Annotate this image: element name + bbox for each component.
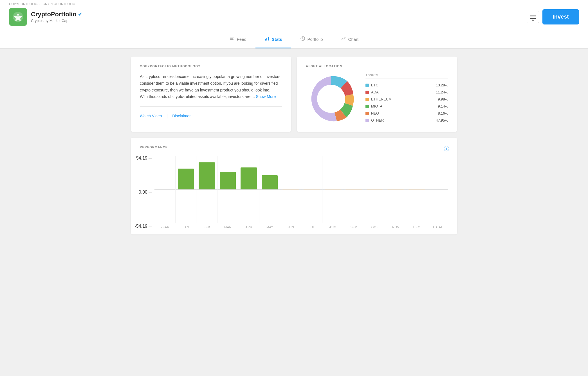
main-content: COPYPORTFOLIO METHODOLOGY As cryptocurre… (125, 57, 463, 234)
donut-svg (306, 73, 356, 124)
bar-negative (387, 189, 404, 190)
breadcrumb: COPYPORTFOLIOS / CRYPTOPORTFOLIO (9, 2, 75, 6)
legend-dot (365, 91, 369, 94)
watch-video-link[interactable]: Watch Video (140, 114, 162, 118)
show-more-link[interactable]: Show More (256, 94, 276, 99)
tabs-bar: Feed Stats Portfolio Chart (0, 31, 588, 49)
bar-col (301, 156, 322, 223)
bar-positive (220, 172, 236, 189)
bar-col (406, 156, 427, 223)
legend-left: BTC (365, 83, 378, 87)
methodology-body: As cryptocurrencies become increasingly … (140, 73, 282, 100)
header-right: + Invest (527, 9, 579, 24)
menu-line-1 (530, 15, 536, 15)
breadcrumb-separator: / (41, 2, 42, 6)
bar-col (196, 156, 217, 223)
tab-portfolio-label: Portfolio (308, 37, 323, 42)
svg-rect-7 (268, 37, 269, 41)
pipe-divider: | (167, 113, 168, 119)
x-labels-row: YEARJANFEBMARAPRMAYJUNJULAUGSEPOCTNOVDEC… (154, 225, 448, 229)
bar-negative (304, 189, 320, 190)
y-zero-dash: — (149, 190, 152, 194)
x-label: AUG (322, 225, 344, 229)
legend-name: MIOTA (371, 104, 382, 108)
tab-feed[interactable]: Feed (221, 31, 255, 48)
legend-dot (365, 119, 369, 122)
bar-negative (409, 189, 425, 190)
portfolio-title: CryptoPortfolio ✔ (31, 11, 82, 18)
legend-item: OTHER 47.95% (365, 117, 448, 124)
bar-col (427, 156, 448, 223)
svg-rect-5 (265, 39, 266, 41)
bar-positive (178, 169, 194, 189)
asset-content: ASSETS BTC 13.28% ADA 11.24% ETHEREUM 9.… (306, 73, 448, 124)
legend-left: MIOTA (365, 104, 382, 108)
bar-col (176, 156, 197, 223)
legend-item: ETHEREUM 9.98% (365, 96, 448, 103)
legend-left: ETHEREUM (365, 97, 392, 101)
legend-item: BTC 13.28% (365, 82, 448, 89)
feed-icon (230, 36, 235, 42)
bar-negative (345, 189, 362, 190)
donut-chart (306, 73, 356, 124)
bar-col (322, 156, 344, 223)
y-min-label: -54.19 — (140, 224, 152, 229)
x-label: FEB (196, 225, 217, 229)
y-max-value: 54.19 (136, 156, 147, 161)
tab-chart[interactable]: Chart (332, 31, 368, 48)
legend-dot (365, 112, 369, 115)
legend-item: MIOTA 9.14% (365, 103, 448, 110)
x-label: SEP (343, 225, 364, 229)
legend-left: NEO (365, 111, 379, 115)
legend-pct: 9.98% (438, 97, 448, 101)
breadcrumb-parent: COPYPORTFOLIOS (9, 2, 40, 6)
legend-name: ADA (371, 90, 379, 94)
legend-pct: 13.28% (436, 83, 448, 87)
x-label: JAN (176, 225, 197, 229)
legend-name: ETHEREUM (371, 97, 392, 101)
divider (140, 106, 282, 107)
tab-portfolio[interactable]: Portfolio (291, 31, 332, 48)
y-max-dash: — (149, 156, 152, 160)
x-label: NOV (385, 225, 406, 229)
menu-plus-icon: + (530, 18, 536, 19)
x-label: YEAR (154, 225, 176, 229)
bar-negative (325, 189, 341, 190)
asset-allocation-card: ASSET ALLOCATION (297, 57, 457, 132)
chart-inner (154, 156, 448, 223)
legend-item: ADA 11.24% (365, 89, 448, 96)
bar-negative (367, 189, 383, 190)
y-axis: 54.19 — 0.00 — -54.19 — (140, 156, 152, 229)
tab-feed-label: Feed (237, 37, 246, 42)
legend-dot (365, 98, 369, 101)
menu-line-2 (530, 17, 536, 17)
stats-icon (264, 36, 270, 42)
tab-chart-label: Chart (348, 37, 359, 42)
tab-stats[interactable]: Stats (255, 31, 291, 48)
svg-rect-3 (230, 38, 233, 39)
bar-col (385, 156, 406, 223)
disclaimer-link[interactable]: Disclaimer (172, 114, 190, 118)
bars-row (154, 156, 448, 223)
performance-card: PERFORMANCE ⓘ 54.19 — 0.00 — -54.19 — (131, 138, 457, 234)
logo-wrap: CryptoPortfolio ✔ Cryptos by Market Cap (9, 8, 82, 26)
portfolio-subtitle: Cryptos by Market Cap (31, 19, 82, 23)
x-label: MAR (217, 225, 239, 229)
tab-stats-label: Stats (272, 37, 282, 42)
bar-col (343, 156, 364, 223)
methodology-card: COPYPORTFOLIO METHODOLOGY As cryptocurre… (131, 57, 291, 132)
chart-area: 54.19 — 0.00 — -54.19 — (140, 156, 448, 229)
y-min-value: -54.19 (135, 224, 147, 229)
invest-button[interactable]: Invest (542, 9, 579, 24)
chart-icon (341, 36, 346, 42)
menu-button[interactable]: + (527, 11, 539, 23)
info-icon[interactable]: ⓘ (444, 145, 449, 153)
chart-grid: YEARJANFEBMARAPRMAYJUNJULAUGSEPOCTNOVDEC… (154, 156, 448, 229)
legend-header: ASSETS (365, 74, 448, 79)
asset-title: ASSET ALLOCATION (306, 64, 448, 68)
portfolio-icon (300, 36, 305, 42)
svg-rect-4 (230, 39, 234, 40)
bar-col (238, 156, 259, 223)
svg-rect-2 (230, 37, 234, 37)
bar-negative (282, 189, 299, 190)
